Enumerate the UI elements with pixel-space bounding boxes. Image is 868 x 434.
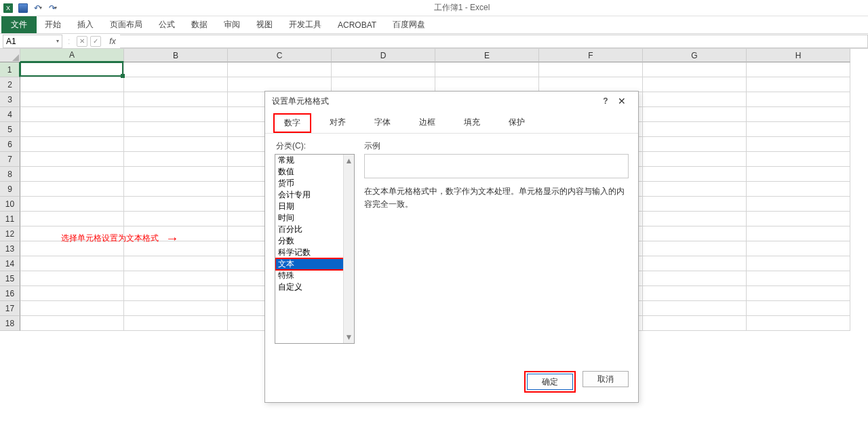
cell[interactable] — [124, 137, 228, 152]
tab-baidu[interactable]: 百度网盘 — [384, 16, 433, 33]
cell[interactable] — [124, 62, 228, 77]
undo-icon[interactable]: ↶▾ — [33, 3, 43, 14]
cell[interactable] — [747, 197, 850, 212]
cell[interactable] — [747, 301, 850, 316]
cell[interactable] — [20, 137, 124, 152]
name-box[interactable]: A1 ▾ — [3, 35, 62, 48]
cell[interactable] — [643, 62, 747, 77]
row-header-9[interactable]: 9 — [0, 182, 20, 197]
cell[interactable] — [747, 256, 850, 271]
row-header-6[interactable]: 6 — [0, 137, 20, 152]
row-header-5[interactable]: 5 — [0, 122, 20, 137]
cell[interactable] — [228, 62, 332, 77]
row-header-7[interactable]: 7 — [0, 152, 20, 167]
ok-button[interactable]: 确定 — [527, 374, 573, 390]
col-header-E[interactable]: E — [435, 49, 539, 62]
dlg-tab-border[interactable]: 边框 — [409, 113, 446, 133]
tab-review[interactable]: 审阅 — [216, 16, 248, 33]
cell[interactable] — [20, 77, 124, 92]
cell[interactable] — [747, 212, 850, 226]
cell[interactable] — [747, 62, 850, 77]
cell[interactable] — [124, 107, 228, 122]
select-all-corner[interactable] — [0, 49, 20, 62]
row-header-1[interactable]: 1 — [0, 62, 20, 77]
cell[interactable] — [643, 316, 747, 331]
cell[interactable] — [643, 301, 747, 316]
confirm-formula-icon[interactable]: ✓ — [90, 36, 101, 47]
active-cell[interactable] — [20, 62, 123, 77]
cell[interactable] — [643, 107, 747, 122]
cell[interactable] — [332, 77, 435, 92]
category-item[interactable]: 科学记数 — [275, 247, 354, 258]
tab-acrobat[interactable]: ACROBAT — [330, 16, 384, 33]
cell[interactable] — [643, 241, 747, 256]
category-item[interactable]: 常规 — [275, 155, 354, 166]
dlg-tab-number[interactable]: 数字 — [273, 113, 311, 133]
row-header-18[interactable]: 18 — [0, 316, 20, 331]
row-header-13[interactable]: 13 — [0, 241, 20, 256]
cell[interactable] — [747, 92, 850, 107]
dlg-tab-font[interactable]: 字体 — [364, 113, 401, 133]
dlg-tab-fill[interactable]: 填充 — [454, 113, 490, 133]
cell[interactable] — [643, 182, 747, 197]
row-header-15[interactable]: 15 — [0, 271, 20, 286]
cell[interactable] — [124, 286, 228, 301]
cell[interactable] — [539, 77, 643, 92]
cell[interactable] — [20, 197, 124, 212]
cell[interactable] — [747, 107, 850, 122]
cell[interactable] — [747, 286, 850, 301]
category-item[interactable]: 特殊 — [275, 270, 354, 281]
row-header-16[interactable]: 16 — [0, 286, 20, 301]
fx-icon[interactable]: fx — [109, 37, 115, 46]
cell[interactable] — [20, 167, 124, 182]
cell[interactable] — [124, 271, 228, 286]
cell[interactable] — [20, 122, 124, 137]
row-header-2[interactable]: 2 — [0, 77, 20, 92]
category-item[interactable]: 会计专用 — [275, 189, 354, 201]
col-header-G[interactable]: G — [643, 49, 747, 62]
cell[interactable] — [20, 286, 124, 301]
category-list[interactable]: 常规数值货币会计专用日期时间百分比分数科学记数文本特殊自定义 ▲ ▼ — [275, 154, 355, 344]
row-header-3[interactable]: 3 — [0, 92, 20, 107]
row-header-8[interactable]: 8 — [0, 167, 20, 182]
cell[interactable] — [539, 62, 643, 77]
col-header-B[interactable]: B — [124, 49, 228, 62]
cell[interactable] — [747, 226, 850, 241]
category-item[interactable]: 分数 — [275, 235, 354, 247]
col-header-H[interactable]: H — [747, 49, 850, 62]
cell[interactable] — [124, 316, 228, 331]
tab-data[interactable]: 数据 — [183, 16, 216, 33]
cell[interactable] — [20, 271, 124, 286]
tab-developer[interactable]: 开发工具 — [281, 16, 330, 33]
tab-page-layout[interactable]: 页面布局 — [102, 16, 151, 33]
fill-handle[interactable] — [121, 74, 125, 78]
cell[interactable] — [747, 152, 850, 167]
cell[interactable] — [124, 167, 228, 182]
cell[interactable] — [747, 122, 850, 137]
tab-view[interactable]: 视图 — [248, 16, 281, 33]
formula-input[interactable] — [120, 35, 868, 48]
help-icon[interactable]: ? — [599, 96, 612, 106]
cancel-button[interactable]: 取消 — [583, 371, 629, 387]
row-header-17[interactable]: 17 — [0, 301, 20, 316]
cell[interactable] — [747, 316, 850, 331]
row-header-12[interactable]: 12 — [0, 226, 20, 241]
cell[interactable] — [124, 256, 228, 271]
cell[interactable] — [643, 286, 747, 301]
cell[interactable] — [643, 226, 747, 241]
cell[interactable] — [747, 271, 850, 286]
cell[interactable] — [643, 167, 747, 182]
cell[interactable] — [643, 197, 747, 212]
close-icon[interactable]: ✕ — [612, 96, 631, 106]
scroll-down-icon[interactable]: ▼ — [345, 332, 353, 342]
cell[interactable] — [20, 152, 124, 167]
dlg-tab-protection[interactable]: 保护 — [498, 113, 535, 133]
row-header-10[interactable]: 10 — [0, 197, 20, 212]
col-header-F[interactable]: F — [539, 49, 643, 62]
cell[interactable] — [124, 77, 228, 92]
dlg-tab-alignment[interactable]: 对齐 — [319, 113, 356, 133]
cell[interactable] — [643, 122, 747, 137]
cell[interactable] — [124, 122, 228, 137]
scrollbar[interactable]: ▲ ▼ — [343, 155, 354, 343]
cell[interactable] — [124, 92, 228, 107]
